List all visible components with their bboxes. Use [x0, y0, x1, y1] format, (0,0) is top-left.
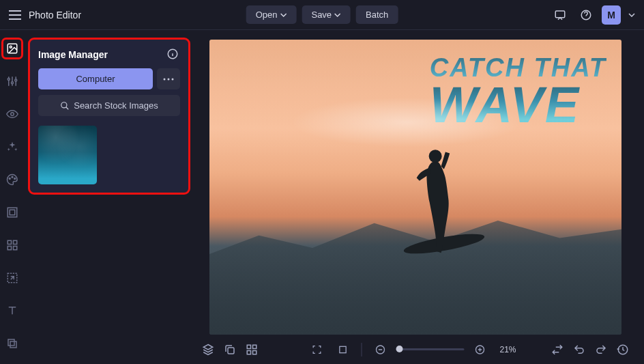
svg-rect-0: [555, 11, 565, 18]
zoom-controls: 21%: [307, 339, 525, 360]
svg-point-24: [61, 102, 67, 107]
svg-rect-27: [247, 345, 250, 348]
svg-point-25: [429, 150, 442, 163]
svg-point-23: [172, 78, 174, 80]
mask-icon[interactable]: [3, 335, 21, 352]
svg-rect-26: [228, 348, 234, 354]
canvas-area: CATCH THAT WAVE: [188, 30, 644, 364]
top-right: M: [550, 5, 637, 25]
canvas-wrap: CATCH THAT WAVE: [194, 37, 637, 335]
comment-icon[interactable]: [550, 5, 570, 25]
resize-icon[interactable]: [3, 269, 21, 287]
undo-icon[interactable]: [569, 339, 589, 360]
zoom-slider[interactable]: [396, 348, 465, 350]
svg-rect-11: [8, 208, 17, 217]
sparkle-icon[interactable]: [3, 138, 21, 156]
search-stock-button[interactable]: Search Stock Images: [38, 95, 180, 116]
palette-icon[interactable]: [3, 171, 21, 188]
divider: [362, 343, 362, 356]
adjustments-icon[interactable]: [3, 72, 21, 90]
upload-row: Computer: [38, 68, 180, 89]
batch-label: Batch: [366, 10, 388, 20]
chevron-down-icon[interactable]: [626, 5, 637, 25]
more-upload-button[interactable]: [157, 68, 180, 89]
svg-point-5: [12, 82, 14, 84]
copy-icon[interactable]: [220, 339, 240, 360]
compare-icon[interactable]: [547, 339, 568, 360]
avatar[interactable]: M: [602, 5, 621, 25]
surfer-silhouette: [411, 146, 456, 276]
text-icon[interactable]: [3, 302, 21, 320]
actual-size-icon[interactable]: [333, 339, 353, 360]
fit-screen-icon[interactable]: [307, 339, 327, 360]
svg-rect-14: [14, 240, 17, 244]
save-label: Save: [311, 10, 332, 20]
canvas[interactable]: CATCH THAT WAVE: [209, 40, 621, 335]
svg-point-4: [8, 79, 10, 81]
elements-icon[interactable]: [3, 236, 21, 254]
svg-rect-13: [8, 240, 11, 244]
zoom-out-icon[interactable]: [370, 339, 391, 360]
svg-rect-18: [8, 339, 14, 346]
panel-title: Image Manager: [38, 49, 108, 60]
svg-rect-19: [10, 341, 16, 348]
svg-rect-29: [247, 350, 250, 354]
svg-point-8: [9, 178, 10, 180]
main-area: Image Manager Computer Search Stock Imag…: [0, 30, 644, 364]
svg-rect-30: [253, 350, 257, 354]
redo-icon[interactable]: [591, 339, 611, 360]
top-center-buttons: Open Save Batch: [246, 5, 398, 24]
image-manager-icon[interactable]: [3, 40, 21, 57]
chevron-down-icon: [280, 12, 287, 18]
svg-rect-16: [14, 247, 17, 250]
svg-point-9: [12, 176, 13, 178]
svg-rect-12: [10, 210, 15, 215]
zoom-in-icon[interactable]: [470, 339, 491, 360]
svg-point-7: [11, 113, 14, 116]
chevron-down-icon: [334, 12, 341, 18]
text-overlay: CATCH THAT WAVE: [430, 53, 606, 128]
open-button[interactable]: Open: [246, 5, 297, 24]
search-icon: [60, 101, 70, 111]
panel-header: Image Manager: [38, 48, 180, 61]
text-line1: CATCH THAT: [430, 53, 606, 83]
computer-button[interactable]: Computer: [38, 68, 153, 89]
layers-icon[interactable]: [198, 339, 218, 360]
svg-point-21: [164, 78, 166, 80]
grid-icon[interactable]: [241, 339, 262, 360]
image-thumbnail[interactable]: [38, 126, 97, 184]
top-bar: Photo Editor Open Save Batch M: [0, 0, 644, 30]
thumbnail-grid: [38, 126, 180, 184]
hamburger-icon[interactable]: [7, 7, 23, 23]
svg-rect-28: [253, 345, 257, 348]
text-line2: WAVE: [430, 83, 606, 128]
info-icon[interactable]: [166, 48, 180, 61]
save-button[interactable]: Save: [302, 5, 351, 24]
zoom-value[interactable]: 21%: [500, 345, 525, 354]
svg-point-6: [15, 79, 17, 81]
help-icon[interactable]: [576, 5, 596, 25]
app-title: Photo Editor: [29, 10, 81, 20]
svg-rect-15: [8, 247, 11, 250]
image-manager-panel: Image Manager Computer Search Stock Imag…: [30, 40, 188, 193]
frame-icon[interactable]: [3, 204, 21, 221]
svg-point-22: [168, 78, 170, 80]
svg-point-10: [14, 178, 16, 180]
history-icon[interactable]: [613, 339, 633, 360]
search-stock-label: Search Stock Images: [74, 100, 158, 111]
left-rail: [0, 30, 25, 364]
svg-rect-31: [340, 346, 346, 352]
batch-button[interactable]: Batch: [356, 5, 398, 24]
svg-point-3: [10, 46, 12, 48]
bottom-toolbar: 21%: [194, 335, 637, 364]
eye-icon[interactable]: [3, 105, 21, 123]
open-label: Open: [256, 10, 278, 20]
